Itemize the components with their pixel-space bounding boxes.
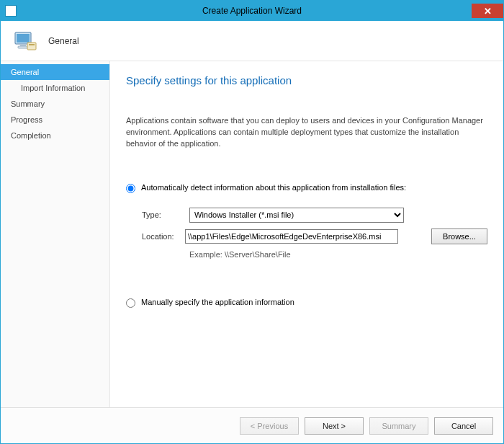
location-example: Example: \\Server\Share\File [189,250,487,259]
nav-label: Import Information [21,84,85,92]
previous-button: < Previous [240,417,299,435]
wizard-footer: < Previous Next > Summary Cancel [1,407,503,443]
option-manual: Manually specify the application informa… [126,298,487,308]
wizard-body: General Import Information Summary Progr… [1,61,503,407]
nav-item-progress[interactable]: Progress [1,112,109,128]
summary-button: Summary [369,417,428,435]
location-row: Location: Browse... [142,228,487,244]
nav-label: Progress [11,115,42,124]
type-row: Type: Windows Installer (*.msi file) [142,208,487,223]
page-description: Applications contain software that you c… [126,115,487,150]
radio-auto-detect[interactable] [126,184,135,193]
next-button[interactable]: Next > [305,417,364,435]
auto-detect-fields: Type: Windows Installer (*.msi file) Loc… [142,208,487,259]
close-button[interactable]: ✕ [472,4,503,18]
type-select[interactable]: Windows Installer (*.msi file) [189,208,404,223]
wizard-header: General [1,21,503,61]
header-title: General [48,36,79,46]
content-pane: Specify settings for this application Ap… [110,61,503,407]
radio-manual[interactable] [126,298,135,308]
nav-label: Completion [11,131,51,140]
window-title: Create Application Wizard [1,6,503,16]
page-heading: Specify settings for this application [126,74,487,86]
nav-label: General [11,68,39,76]
location-input[interactable] [185,229,398,244]
nav-item-summary[interactable]: Summary [1,96,109,112]
svg-rect-3 [18,46,28,48]
nav-item-import-information[interactable]: Import Information [1,80,109,96]
svg-rect-5 [29,44,35,45]
browse-button[interactable]: Browse... [431,228,487,244]
wizard-window: Create Application Wizard ✕ General Gene… [0,0,504,444]
computer-icon [11,27,40,56]
nav-label: Summary [11,99,45,108]
option-auto-label: Automatically detect information about t… [141,183,406,192]
type-label: Type: [142,210,189,219]
svg-rect-1 [17,34,30,43]
titlebar: Create Application Wizard ✕ [1,1,503,21]
svg-rect-4 [27,43,36,50]
nav-sidebar: General Import Information Summary Progr… [1,61,110,407]
option-manual-label: Manually specify the application informa… [141,298,294,306]
option-auto-detect: Automatically detect information about t… [126,183,487,193]
nav-item-completion[interactable]: Completion [1,128,109,143]
location-label: Location: [142,232,185,241]
nav-item-general[interactable]: General [1,64,109,80]
cancel-button[interactable]: Cancel [434,417,493,435]
close-icon: ✕ [484,6,492,17]
